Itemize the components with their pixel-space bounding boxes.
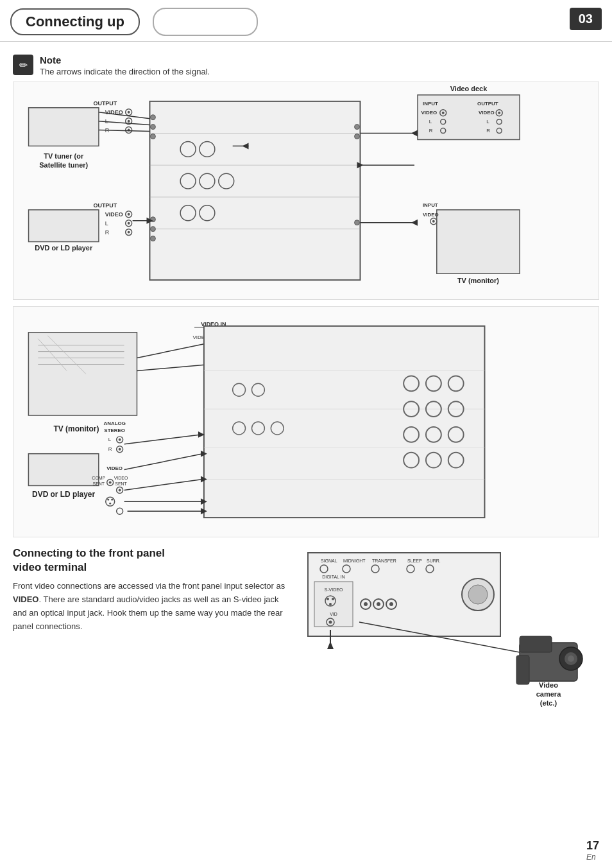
pencil-icon: ✏ (19, 59, 28, 71)
svg-point-44 (128, 213, 130, 216)
svg-line-156 (124, 480, 203, 490)
bottom-heading: Connecting to the front panel video term… (13, 546, 289, 575)
svg-text:COMP: COMP (92, 476, 105, 480)
page-number: 17 (586, 839, 599, 853)
svg-text:TRANSFER: TRANSFER (372, 559, 396, 563)
note-title: Note (40, 55, 210, 65)
svg-point-30 (128, 120, 130, 123)
svg-text:ANALOG: ANALOG (103, 421, 125, 426)
svg-text:VIDEO: VIDEO (106, 465, 123, 471)
svg-point-50 (128, 231, 130, 234)
svg-text:OUTPUT: OUTPUT (93, 202, 117, 209)
diagram2-svg: TV (monitor) VIDEO IN VIDEO S-VIDEO (13, 307, 599, 537)
svg-text:VIDEO: VIDEO (114, 476, 128, 480)
svg-text:camera: camera (536, 690, 561, 698)
svg-text:R: R (108, 446, 112, 452)
svg-text:MIDNIGHT: MIDNIGHT (343, 559, 366, 563)
svg-text:Video: Video (539, 681, 558, 689)
svg-rect-39 (29, 210, 99, 242)
page-footer: 17 En (586, 839, 599, 862)
diagram1: TV tuner (or Satellite tuner) OUTPUT VID… (13, 82, 599, 300)
note-icon: ✏ (13, 55, 33, 75)
svg-text:S-VIDEO: S-VIDEO (325, 587, 343, 592)
svg-point-27 (128, 111, 130, 114)
svg-text:TV (monitor): TV (monitor) (457, 277, 499, 284)
svg-rect-105 (204, 326, 485, 517)
svg-point-181 (329, 621, 332, 624)
svg-point-149 (109, 503, 111, 505)
chapter-number: 03 (570, 8, 602, 30)
svg-line-152 (124, 435, 201, 444)
svg-line-104 (137, 365, 210, 371)
svg-point-19 (355, 134, 360, 139)
svg-point-16 (150, 227, 155, 232)
svg-point-18 (355, 125, 360, 130)
svg-point-150 (117, 508, 123, 514)
svg-point-59 (442, 112, 445, 114)
svg-point-13 (150, 125, 155, 130)
svg-text:R: R (105, 229, 110, 236)
svg-text:OUTPUT: OUTPUT (477, 101, 498, 107)
svg-line-154 (124, 454, 203, 470)
svg-rect-0 (149, 101, 360, 280)
svg-text:VID: VID (330, 612, 337, 616)
svg-point-20 (355, 220, 360, 225)
svg-text:VIDEO: VIDEO (421, 110, 438, 116)
svg-text:TV (monitor): TV (monitor) (54, 424, 99, 433)
svg-point-47 (128, 222, 130, 225)
svg-text:OUTPUT: OUTPUT (93, 100, 117, 107)
svg-rect-127 (28, 454, 98, 486)
svg-point-178 (329, 603, 332, 605)
diagram1-svg: TV tuner (or Satellite tuner) OUTPUT VID… (13, 82, 599, 299)
svg-text:SENT: SENT (115, 482, 127, 486)
svg-text:L: L (105, 118, 108, 125)
svg-text:SURR.: SURR. (427, 559, 441, 563)
svg-point-185 (377, 602, 380, 606)
svg-text:VIDEO: VIDEO (479, 110, 495, 116)
svg-text:R: R (429, 128, 433, 134)
svg-point-141 (109, 481, 112, 483)
svg-point-177 (332, 598, 334, 600)
svg-point-12 (150, 115, 155, 120)
note-section: ✏ Note The arrows indicate the direction… (13, 55, 599, 76)
svg-point-146 (106, 497, 115, 506)
svg-point-176 (327, 598, 329, 600)
svg-text:L: L (108, 437, 112, 442)
diagram2: TV (monitor) VIDEO IN VIDEO S-VIDEO (13, 306, 599, 537)
svg-text:STEREO: STEREO (104, 428, 125, 433)
svg-point-62 (498, 112, 500, 114)
svg-rect-197 (516, 655, 529, 684)
svg-text:SLEEP: SLEEP (407, 559, 422, 563)
svg-point-136 (119, 448, 121, 451)
bottom-text-block: Connecting to the front panel video term… (13, 546, 289, 709)
svg-point-189 (468, 585, 488, 604)
svg-rect-83 (28, 333, 137, 415)
svg-point-133 (119, 438, 121, 441)
breadcrumb (153, 8, 258, 36)
note-content: Note The arrows indicate the direction o… (40, 55, 210, 76)
svg-text:VIDEO: VIDEO (105, 211, 123, 218)
bottom-body: Front video connections are accessed via… (13, 580, 289, 633)
svg-point-147 (107, 499, 109, 501)
svg-point-14 (150, 134, 155, 139)
svg-text:DVD or LD player: DVD or LD player (32, 490, 95, 499)
svg-text:INPUT: INPUT (423, 101, 438, 107)
svg-rect-193 (520, 636, 552, 652)
svg-rect-75 (437, 210, 520, 273)
svg-text:SENT: SENT (93, 482, 105, 486)
svg-point-196 (568, 655, 574, 662)
svg-point-148 (111, 499, 113, 501)
page-language: En (586, 853, 596, 862)
svg-point-80 (432, 220, 435, 223)
svg-text:VIDEO: VIDEO (423, 212, 439, 218)
svg-text:(etc.): (etc.) (540, 699, 557, 707)
bottom-section: Connecting to the front panel video term… (13, 546, 599, 709)
svg-point-145 (119, 489, 121, 491)
svg-point-17 (150, 236, 155, 241)
svg-text:SIGNAL: SIGNAL (321, 559, 337, 563)
svg-text:TV tuner (or: TV tuner (or (44, 152, 84, 160)
svg-text:DIGITAL IN: DIGITAL IN (322, 575, 344, 579)
svg-text:Video deck: Video deck (450, 85, 488, 92)
svg-text:L: L (105, 220, 108, 227)
svg-text:L: L (486, 119, 489, 125)
